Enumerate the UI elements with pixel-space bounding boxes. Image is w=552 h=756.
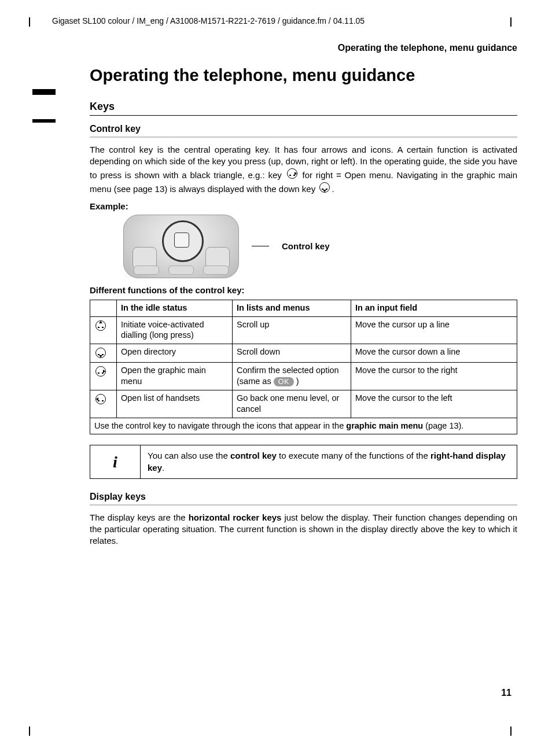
page: Gigaset SL100 colour / IM_eng / A31008-M… — [0, 0, 552, 756]
text-bold: graphic main menu — [346, 421, 423, 430]
functions-table-heading: Different functions of the control key: — [90, 285, 517, 295]
sidebar-marker-icon — [32, 89, 56, 95]
table-cell: Move the cursor up a line — [351, 316, 517, 344]
text: . — [162, 463, 164, 473]
info-box: i You can also use the control key to ex… — [90, 445, 517, 479]
phone-num-key-icon — [134, 265, 159, 275]
control-key-down-icon — [94, 346, 107, 359]
crop-mark-icon — [510, 17, 511, 27]
text: . — [332, 184, 334, 194]
ok-badge-icon: OK — [274, 377, 294, 386]
callout-label: Control key — [282, 241, 330, 251]
info-text: You can also use the control key to exec… — [141, 445, 517, 478]
table-row: Open directory Scroll down Move the curs… — [90, 344, 517, 363]
control-key-up-icon — [94, 319, 107, 332]
text-bold: horizontal rocker keys — [189, 512, 282, 522]
text-bold: control key — [230, 451, 277, 460]
subsection-rule — [90, 504, 517, 506]
subsection-heading-control-key: Control key — [90, 124, 517, 134]
info-icon: i — [90, 445, 141, 478]
table-cell: Move the cursor to the right — [351, 363, 517, 390]
table-header: In an input field — [351, 300, 517, 316]
table-header — [90, 300, 117, 316]
control-key-left-icon — [94, 393, 107, 405]
control-key-right-icon — [94, 365, 107, 378]
display-keys-description: The display keys are the horizontal rock… — [90, 512, 517, 547]
table-cell: Move the cursor down a line — [351, 344, 517, 363]
table-footer-row: Use the control key to navigate through … — [90, 418, 517, 434]
text: to execute many of the functions of the — [277, 451, 430, 460]
running-head: Operating the telephone, menu guidance — [90, 43, 517, 53]
control-key-description: The control key is the central operating… — [90, 144, 517, 196]
page-title: Operating the telephone, menu guidance — [90, 65, 517, 87]
phone-keypad-illustration — [123, 215, 239, 278]
text: You can also use the — [148, 451, 230, 460]
table-cell: Open directory — [117, 344, 233, 363]
crop-mark-icon — [510, 727, 511, 736]
phone-num-key-icon — [203, 265, 229, 275]
example-figure: Control key — [123, 215, 517, 278]
table-footer-cell: Use the control key to navigate through … — [90, 418, 517, 434]
table-cell: Move the cursor to the left — [351, 390, 517, 418]
callout-line-icon — [252, 246, 269, 247]
section-heading-keys: Keys — [90, 101, 517, 113]
table-cell: Initiate voice-activated dialling (long … — [117, 316, 233, 344]
control-key-down-icon — [318, 181, 331, 194]
table-cell: Scroll up — [233, 316, 351, 344]
table-row: Open the graphic main menu Confirm the s… — [90, 363, 517, 390]
page-number: 11 — [501, 688, 511, 698]
subsection-heading-display-keys: Display keys — [90, 492, 517, 502]
content-column: Operating the telephone, menu guidance O… — [90, 43, 517, 547]
example-label: Example: — [90, 201, 517, 211]
sidebar-marker-icon — [32, 119, 56, 123]
table-row: Open list of handsets Go back one menu l… — [90, 390, 517, 418]
table-row: Initiate voice-activated dialling (long … — [90, 316, 517, 344]
table-cell: Open the graphic main menu — [117, 363, 233, 390]
table-header-row: In the idle status In lists and menus In… — [90, 300, 517, 316]
header-path: Gigaset SL100 colour / IM_eng / A31008-M… — [52, 16, 517, 25]
table-cell: Scroll down — [233, 344, 351, 363]
phone-control-key-icon — [162, 220, 204, 262]
crop-mark-icon — [29, 727, 30, 736]
table-header: In the idle status — [117, 300, 233, 316]
table-header: In lists and menus — [233, 300, 351, 316]
phone-num-key-icon — [168, 265, 194, 275]
text: ) — [294, 377, 299, 386]
table-cell: Confirm the selected option (same as OK … — [233, 363, 351, 390]
text: The display keys are the — [90, 512, 189, 522]
text: (page 13). — [423, 421, 463, 430]
control-key-functions-table: In the idle status In lists and menus In… — [90, 300, 517, 435]
table-cell: Go back one menu level, or cancel — [233, 390, 351, 418]
control-key-right-icon — [286, 167, 299, 180]
crop-mark-icon — [29, 17, 30, 27]
section-rule — [90, 115, 517, 116]
subsection-rule — [90, 137, 517, 138]
text: Use the control key to navigate through … — [94, 421, 346, 430]
table-cell: Open list of handsets — [117, 390, 233, 418]
